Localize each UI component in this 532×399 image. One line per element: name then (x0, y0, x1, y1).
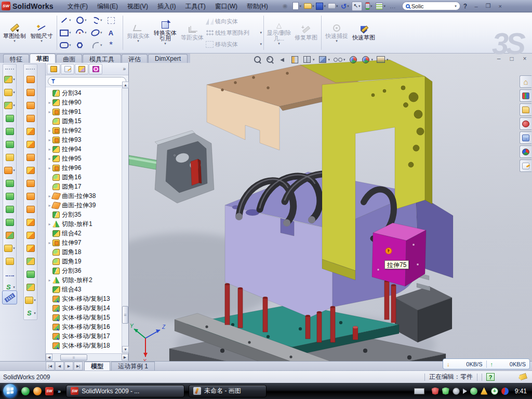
delete-face-button[interactable] (24, 203, 37, 216)
tab-nav-button[interactable]: |◀ (46, 362, 55, 370)
taskpane-search-button[interactable] (520, 117, 531, 130)
reference-geometry-button[interactable]: ▾ (3, 242, 16, 255)
save-icon[interactable]: ▾ (316, 2, 326, 11)
convert-flyout-icon[interactable]: ▾ (164, 42, 166, 45)
dropdown-icon[interactable]: ▾ (69, 31, 71, 35)
tree-item[interactable]: 实体-移动/复制16 (47, 322, 128, 331)
line-icon[interactable] (60, 16, 69, 24)
spline-icon[interactable] (91, 16, 100, 24)
tab-dimxpertmanager[interactable] (89, 64, 102, 74)
extend-surface-button[interactable] (24, 229, 37, 242)
dropdown-icon[interactable]: ▾ (387, 58, 389, 62)
display-style-icon[interactable] (318, 55, 327, 64)
dropdown-icon[interactable]: ▾ (13, 285, 15, 289)
dropdown-icon[interactable]: ▾ (69, 43, 71, 47)
dropdown-icon[interactable]: ▾ (100, 31, 102, 35)
menu-item[interactable]: 工具(T) (180, 1, 210, 11)
help-button[interactable]: ? (460, 3, 470, 10)
expand-icon[interactable]: ▸ (47, 278, 52, 283)
trim-surface-button[interactable] (24, 242, 37, 255)
taskpane-file-explorer-button[interactable] (520, 103, 531, 116)
dropdown-icon[interactable]: ▾ (85, 31, 87, 35)
convert-entities-button[interactable]: 转换实体引用 ▾ (152, 14, 179, 51)
tree-item[interactable]: 分割36 (47, 266, 128, 275)
dropdown-icon[interactable]: ▾ (13, 168, 15, 172)
display-delete-relations-button[interactable]: 显示/删除几... ▾ (265, 14, 292, 51)
zoom-to-area-icon[interactable]: + (265, 55, 274, 64)
dropdown-icon[interactable]: ▾ (313, 58, 315, 62)
lofted-surface-button[interactable] (24, 112, 37, 125)
expand-icon[interactable]: ▸ (47, 166, 52, 170)
tree-item[interactable]: ▸切除-放样1 (47, 219, 128, 229)
expand-icon[interactable]: ▸ (47, 222, 52, 227)
tab-nav-button[interactable]: ▶ (64, 362, 73, 370)
green-shield-icon[interactable] (442, 388, 449, 395)
warning-icon[interactable] (481, 388, 488, 395)
tree-item[interactable]: 圆角15 (47, 116, 128, 126)
offset-surface-button[interactable] (24, 164, 37, 177)
model-part-cavity-insert[interactable] (155, 130, 214, 203)
tree-item[interactable]: 组合43 (47, 285, 128, 294)
tree-item[interactable]: ▸拉伸97 (47, 238, 128, 247)
boundary-surface-button[interactable] (24, 125, 37, 138)
expand-icon[interactable]: ▸ (47, 100, 52, 105)
tree-item[interactable]: 分割35 (47, 210, 128, 219)
dropdown-icon[interactable]: ▾ (13, 246, 15, 250)
linear-sketch-pattern-button[interactable]: 线性草图阵列▾ (206, 28, 262, 38)
polygon-icon[interactable] (75, 41, 84, 49)
expand-icon[interactable]: ▸ (47, 128, 52, 133)
tree-vertical-scrollbar[interactable]: ▲ ▼ (122, 88, 128, 353)
solidworks-quicklaunch-icon[interactable]: SW (45, 387, 54, 395)
tree-item[interactable]: 组合42 (47, 229, 128, 238)
tab-模具工具[interactable]: 模具工具 (83, 54, 121, 63)
dropdown-icon[interactable]: ▾ (85, 18, 87, 22)
select-icon[interactable]: ▾ (352, 2, 362, 11)
expand-icon[interactable]: ▸ (47, 147, 52, 152)
rectangle-icon[interactable] (60, 29, 69, 37)
zoom-to-fit-icon[interactable] (252, 55, 262, 64)
dropdown-icon[interactable]: ▾ (13, 103, 15, 108)
expand-icon[interactable]: ▸ (47, 110, 52, 114)
volume-icon[interactable] (463, 389, 467, 394)
menu-item[interactable]: 视图(V) (123, 1, 153, 11)
scroll-right-button[interactable]: ▶ (122, 354, 128, 361)
move-copy-body-button[interactable] (3, 229, 16, 242)
wrap-button[interactable] (3, 151, 16, 164)
open-icon[interactable]: ▾ (304, 2, 314, 11)
tree-item[interactable]: 实体-移动/复制18 (47, 341, 128, 350)
radiate-surface-button[interactable] (24, 177, 37, 190)
apply-scene-icon[interactable] (361, 55, 370, 64)
reference-geometry-button[interactable]: ▾ (24, 294, 37, 307)
knit-surface-button[interactable] (24, 255, 37, 268)
offset-entities-button[interactable]: 等距实体 (179, 14, 206, 51)
tab-featuremanager[interactable] (47, 64, 60, 74)
quick-launch-overflow-icon[interactable]: » (58, 388, 61, 394)
taskpane-solidworks-resources-button[interactable] (520, 75, 531, 88)
scroll-up-button[interactable]: ▲ (122, 82, 129, 88)
keyboard-icon[interactable] (414, 388, 424, 394)
draft-button[interactable] (3, 190, 16, 203)
edit-appearance-icon[interactable] (349, 55, 358, 64)
model-part-support-block[interactable] (395, 286, 452, 342)
tree-item[interactable]: ▸切除-放样2 (47, 275, 128, 285)
menu-item[interactable]: 帮助(H) (242, 1, 273, 11)
view-settings-icon[interactable] (376, 55, 385, 64)
tree-item[interactable]: ▸拉伸96 (47, 163, 128, 172)
thicken-button[interactable] (24, 268, 37, 281)
point-icon[interactable] (107, 41, 115, 49)
scroll-left-button[interactable]: ◀ (46, 354, 52, 361)
health-icon[interactable] (491, 388, 498, 395)
slot-icon[interactable] (60, 41, 69, 49)
planar-surface-button[interactable] (24, 151, 37, 164)
print-icon[interactable]: ▾ (328, 2, 338, 11)
horizontal-scroll-thumb[interactable]: ≡ (60, 354, 87, 361)
rapid-sketch-button[interactable]: 快速草图 (350, 14, 377, 51)
pin-icon[interactable] (280, 2, 290, 11)
ruled-surface-button[interactable] (24, 190, 37, 203)
messenger-quicklaunch-icon[interactable] (21, 387, 30, 395)
arc-icon[interactable] (75, 29, 84, 37)
repair-sketch-button[interactable]: 修复草图 (292, 14, 320, 51)
curve-button[interactable]: ▾ (24, 307, 37, 320)
tree-item[interactable]: 圆角18 (47, 247, 128, 257)
select-entities-icon[interactable] (107, 16, 115, 24)
